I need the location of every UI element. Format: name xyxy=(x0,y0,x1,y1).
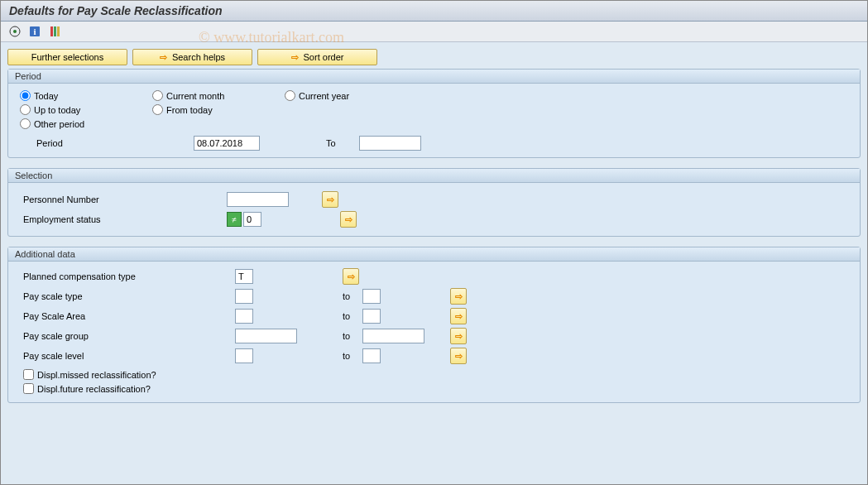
arrow-icon: ⇨ xyxy=(455,351,463,362)
planned-comp-multi-button[interactable]: ⇨ xyxy=(343,268,359,285)
planned-comp-input[interactable] xyxy=(235,269,253,284)
arrow-icon: ⇨ xyxy=(455,291,463,302)
info-icon[interactable]: i xyxy=(27,24,42,39)
to-label: to xyxy=(343,311,362,321)
pay-scale-group-multi-button[interactable]: ⇨ xyxy=(450,328,467,344)
pay-scale-type-to-input[interactable] xyxy=(362,289,381,304)
pay-scale-level-label: Pay scale level xyxy=(20,351,235,361)
pay-scale-group-to-input[interactable] xyxy=(362,329,424,343)
svg-rect-5 xyxy=(54,26,56,36)
svg-point-1 xyxy=(13,30,17,33)
radio-other-period[interactable]: Other period xyxy=(20,118,152,129)
employment-status-multi-button[interactable]: ⇨ xyxy=(340,211,357,228)
selection-header: Selection xyxy=(8,169,860,183)
to-label: to xyxy=(343,331,362,341)
arrow-icon: ⇨ xyxy=(291,52,299,63)
arrow-icon: ⇨ xyxy=(455,331,463,342)
period-to-input[interactable] xyxy=(359,136,421,151)
missed-reclass-checkbox[interactable] xyxy=(23,369,34,380)
arrow-icon: ⇨ xyxy=(160,52,167,63)
pay-scale-area-from-input[interactable] xyxy=(235,309,253,324)
period-label: Period xyxy=(20,138,194,148)
missed-reclass-label: Displ.missed reclassification? xyxy=(37,370,156,380)
radio-today[interactable]: Today xyxy=(20,90,152,101)
pay-scale-area-label: Pay Scale Area xyxy=(20,311,235,321)
future-reclass-label: Displ.future reclassification? xyxy=(37,384,151,394)
pay-scale-level-from-input[interactable] xyxy=(235,348,253,363)
period-section: Period Today Current month Current year … xyxy=(7,69,861,158)
planned-comp-label: Planned compensation type xyxy=(20,271,235,281)
employment-status-label: Employment status xyxy=(20,214,227,224)
arrow-icon: ⇨ xyxy=(327,194,334,205)
pay-scale-type-multi-button[interactable]: ⇨ xyxy=(450,288,467,305)
to-label: to xyxy=(343,291,362,301)
pay-scale-group-from-input[interactable] xyxy=(235,329,297,343)
additional-header: Additional data xyxy=(8,247,860,262)
pay-scale-area-multi-button[interactable]: ⇨ xyxy=(450,308,467,324)
main-content: Further selections ⇨ Search helps ⇨ Sort… xyxy=(1,42,867,484)
additional-section: Additional data Planned compensation typ… xyxy=(7,247,861,403)
personnel-number-label: Personnel Number xyxy=(20,194,227,204)
not-equal-icon[interactable]: ≠ xyxy=(227,212,242,227)
to-label: to xyxy=(343,351,362,361)
arrow-icon: ⇨ xyxy=(345,214,352,225)
pay-scale-level-multi-button[interactable]: ⇨ xyxy=(450,348,467,364)
arrow-icon: ⇨ xyxy=(348,271,355,282)
personnel-number-input[interactable] xyxy=(227,192,289,207)
variant-icon[interactable] xyxy=(47,24,62,39)
search-helps-button[interactable]: ⇨ Search helps xyxy=(132,49,252,65)
pay-scale-area-to-input[interactable] xyxy=(362,309,381,324)
period-from-input[interactable] xyxy=(194,136,260,151)
radio-current-month[interactable]: Current month xyxy=(152,90,285,101)
pay-scale-level-to-input[interactable] xyxy=(362,348,381,363)
pay-scale-type-label: Pay scale type xyxy=(20,291,235,301)
arrow-icon: ⇨ xyxy=(455,311,463,322)
period-to-label: To xyxy=(326,138,359,148)
execute-icon[interactable] xyxy=(7,24,22,39)
sort-order-button[interactable]: ⇨ Sort order xyxy=(257,49,377,65)
svg-rect-6 xyxy=(57,26,60,36)
personnel-number-multi-button[interactable]: ⇨ xyxy=(322,191,338,208)
pay-scale-type-from-input[interactable] xyxy=(235,289,253,304)
toolbar: i xyxy=(1,22,867,42)
page-title: Defaults for Pay Scale Reclassification xyxy=(1,1,867,22)
employment-status-input[interactable] xyxy=(243,212,261,227)
further-selections-button[interactable]: Further selections xyxy=(7,49,127,65)
radio-current-year[interactable]: Current year xyxy=(285,90,417,101)
radio-up-to-today[interactable]: Up to today xyxy=(20,104,152,115)
selection-buttons: Further selections ⇨ Search helps ⇨ Sort… xyxy=(7,49,861,65)
selection-section: Selection Personnel Number ⇨ Employment … xyxy=(7,168,861,237)
svg-rect-4 xyxy=(50,26,53,36)
pay-scale-group-label: Pay scale group xyxy=(20,331,235,341)
future-reclass-checkbox[interactable] xyxy=(23,383,34,394)
svg-text:i: i xyxy=(33,26,36,36)
radio-from-today[interactable]: From today xyxy=(152,104,285,115)
period-header: Period xyxy=(8,70,860,84)
